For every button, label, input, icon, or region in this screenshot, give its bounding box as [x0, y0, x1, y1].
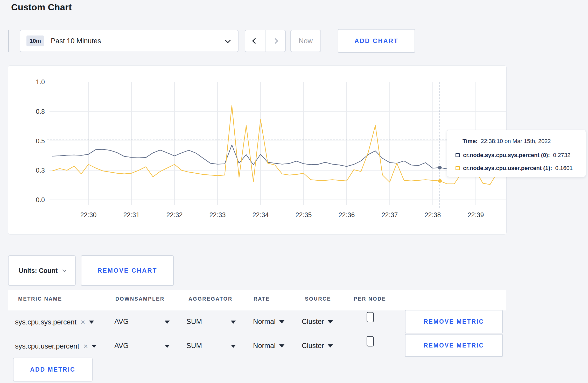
- header-metric-name: METRIC NAME: [18, 296, 62, 302]
- toolbar-divider: [8, 30, 9, 52]
- prev-timespan-button[interactable]: [245, 30, 265, 52]
- caret-down-icon: [328, 320, 333, 323]
- tooltip-time-value: 22:38:10 on Mar 15th, 2022: [481, 138, 551, 145]
- next-timespan-button[interactable]: [265, 30, 285, 52]
- svg-text:22:31: 22:31: [123, 211, 140, 218]
- remove-metric-button[interactable]: REMOVE METRIC: [405, 310, 503, 333]
- caret-down-icon: [328, 344, 333, 347]
- header-per-node: PER NODE: [354, 296, 386, 302]
- svg-text:22:33: 22:33: [209, 211, 226, 218]
- header-downsampler: DOWNSAMPLER: [115, 296, 165, 302]
- chevron-left-icon: [252, 38, 258, 44]
- time-range-badge: 10m: [26, 36, 44, 46]
- downsampler-select[interactable]: AVG: [114, 342, 129, 350]
- chart-tooltip: Time: 22:38:10 on Mar 15th, 2022 cr.node…: [447, 130, 586, 177]
- svg-text:22:32: 22:32: [166, 211, 183, 218]
- source-select[interactable]: Cluster: [302, 318, 333, 326]
- now-button[interactable]: Now: [290, 30, 321, 52]
- cpu-line-chart[interactable]: 1.00.80.50.30.022:3022:3122:3222:3322:34…: [8, 66, 507, 235]
- add-metric-button[interactable]: ADD METRIC: [13, 358, 93, 381]
- tooltip-series-user-value: 0.1601: [555, 165, 573, 172]
- svg-text:22:36: 22:36: [339, 211, 355, 218]
- svg-text:22:30: 22:30: [80, 211, 97, 218]
- caret-down-icon[interactable]: [92, 345, 97, 348]
- units-label: Units: Count: [19, 267, 58, 274]
- caret-down-icon: [279, 320, 284, 323]
- svg-text:22:35: 22:35: [296, 211, 312, 218]
- caret-down-icon[interactable]: [165, 321, 170, 324]
- svg-text:1.0: 1.0: [36, 78, 45, 86]
- svg-text:22:37: 22:37: [382, 211, 398, 218]
- header-rate: RATE: [254, 296, 270, 302]
- clear-metric-icon[interactable]: ×: [83, 342, 88, 351]
- time-range-select[interactable]: 10m Past 10 Minutes: [20, 30, 239, 52]
- chart-card: 1.00.80.50.30.022:3022:3122:3222:3322:34…: [8, 65, 507, 235]
- metric-name-cell[interactable]: sys.cpu.sys.percent ×: [15, 318, 94, 327]
- units-select[interactable]: Units: Count: [8, 255, 76, 286]
- svg-text:0.8: 0.8: [36, 108, 45, 115]
- remove-metric-button[interactable]: REMOVE METRIC: [405, 334, 503, 357]
- svg-text:22:39: 22:39: [468, 211, 484, 218]
- time-nav-group: [245, 30, 286, 52]
- metrics-table-header: METRIC NAME DOWNSAMPLER AGGREGATOR RATE …: [8, 290, 506, 310]
- metric-name-cell[interactable]: sys.cpu.user.percent ×: [15, 342, 97, 351]
- tooltip-series-sys-name: cr.node.sys.cpu.sys.percent (0):: [463, 152, 550, 159]
- custom-chart-page: Custom Chart 10m Past 10 Minutes Now ADD…: [0, 0, 588, 383]
- remove-chart-button[interactable]: REMOVE CHART: [81, 255, 174, 286]
- caret-down-icon[interactable]: [231, 321, 236, 324]
- caret-down-icon[interactable]: [165, 345, 170, 348]
- header-aggregator: AGGREGATOR: [188, 296, 233, 302]
- aggregator-select[interactable]: SUM: [186, 318, 202, 326]
- tooltip-time-label: Time:: [463, 138, 478, 145]
- caret-down-icon: [279, 344, 284, 347]
- rate-select[interactable]: Normal: [253, 318, 284, 326]
- svg-text:22:38: 22:38: [425, 211, 441, 218]
- per-node-checkbox[interactable]: [367, 312, 374, 322]
- svg-text:22:34: 22:34: [253, 211, 269, 218]
- caret-down-icon[interactable]: [89, 321, 94, 324]
- per-node-checkbox[interactable]: [367, 336, 374, 346]
- clear-metric-icon[interactable]: ×: [81, 318, 85, 327]
- series-sys-legend-icon: [456, 153, 460, 157]
- chevron-down-icon: [225, 37, 231, 43]
- chevron-down-icon: [62, 268, 67, 272]
- series-user-legend-icon: [456, 166, 460, 170]
- add-chart-button[interactable]: ADD CHART: [338, 29, 415, 53]
- source-select[interactable]: Cluster: [302, 342, 333, 350]
- chevron-right-icon: [272, 38, 278, 44]
- tooltip-series-user-name: cr.node.sys.cpu.user.percent (1):: [463, 165, 552, 172]
- aggregator-select[interactable]: SUM: [186, 342, 202, 350]
- downsampler-select[interactable]: AVG: [114, 318, 129, 326]
- svg-text:0.0: 0.0: [36, 196, 45, 203]
- svg-text:0.3: 0.3: [36, 167, 45, 174]
- svg-text:0.5: 0.5: [36, 137, 45, 145]
- page-title: Custom Chart: [11, 2, 72, 12]
- rate-select[interactable]: Normal: [253, 342, 284, 350]
- tooltip-series-sys-value: 0.2732: [553, 152, 570, 159]
- header-source: SOURCE: [305, 296, 331, 302]
- time-range-label: Past 10 Minutes: [51, 37, 225, 45]
- caret-down-icon[interactable]: [231, 345, 236, 348]
